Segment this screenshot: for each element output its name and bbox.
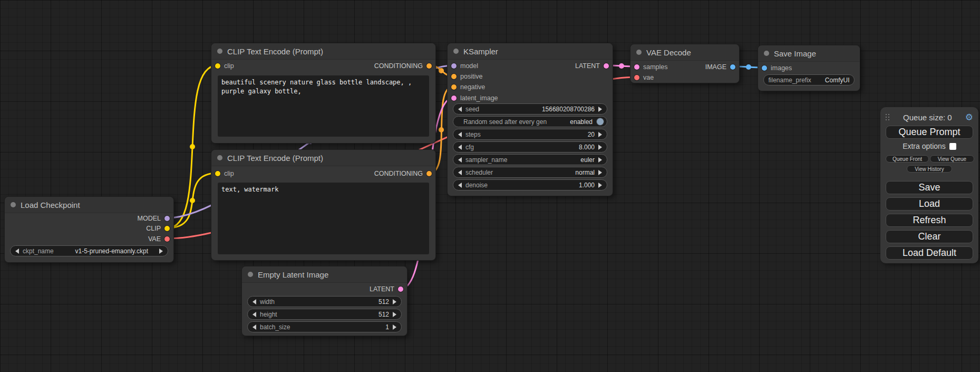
widget-label: steps — [465, 131, 481, 138]
widget-height[interactable]: height 512 — [247, 309, 402, 320]
collapse-dot-icon[interactable] — [217, 49, 222, 54]
increment-arrow-icon[interactable] — [598, 107, 602, 112]
input-port-model: model — [451, 61, 478, 71]
decrement-arrow-icon[interactable] — [458, 145, 462, 150]
node-vae-decode[interactable]: VAE Decode samples vae IMAGE — [630, 44, 740, 83]
collapse-dot-icon[interactable] — [248, 272, 253, 277]
increment-arrow-icon[interactable] — [393, 325, 396, 330]
view-queue-button[interactable]: View Queue — [930, 155, 974, 163]
node-header[interactable]: CLIP Text Encode (Prompt) — [211, 43, 435, 60]
port-dot[interactable] — [164, 236, 170, 242]
load-default-button[interactable]: Load Default — [886, 246, 973, 260]
collapse-dot-icon[interactable] — [764, 51, 769, 56]
queue-front-button[interactable]: Queue Front — [886, 155, 929, 163]
prompt-textarea[interactable]: beautiful scenery nature glass bottle la… — [218, 75, 429, 137]
comfyui-canvas[interactable]: { "app_title": "ComfyUI workflow graph",… — [0, 0, 980, 372]
widget-value: 512 — [379, 298, 389, 306]
link-midpoint-dot — [439, 68, 444, 73]
port-dot[interactable] — [634, 64, 639, 70]
input-port-positive: positive — [451, 72, 482, 81]
decrement-arrow-icon[interactable] — [253, 299, 256, 304]
node-load-checkpoint[interactable]: Load Checkpoint MODEL CLIP VAE ckpt_name… — [4, 196, 174, 263]
increment-arrow-icon[interactable] — [598, 183, 602, 188]
settings-gear-icon[interactable]: ⚙ — [965, 113, 973, 122]
drag-handle-icon[interactable] — [886, 114, 890, 121]
clear-button[interactable]: Clear — [886, 230, 973, 243]
widget-filename-prefix[interactable]: filename_prefix ComfyUI — [763, 74, 855, 85]
port-dot[interactable] — [730, 64, 735, 70]
port-dot[interactable] — [762, 65, 767, 71]
refresh-button[interactable]: Refresh — [886, 214, 973, 227]
decrement-arrow-icon[interactable] — [458, 170, 462, 175]
node-clip-text-encode-negative[interactable]: CLIP Text Encode (Prompt) clip CONDITION… — [211, 149, 436, 261]
increment-arrow-icon[interactable] — [393, 299, 396, 304]
port-dot[interactable] — [426, 63, 432, 69]
widget-label: ckpt_name — [23, 247, 54, 255]
node-header[interactable]: Load Checkpoint — [5, 197, 173, 213]
widget-cfg[interactable]: cfg 8.000 — [453, 141, 607, 152]
port-dot[interactable] — [398, 287, 403, 292]
view-history-button[interactable]: View History — [907, 165, 952, 173]
port-dot[interactable] — [164, 216, 170, 221]
decrement-arrow-icon[interactable] — [458, 107, 462, 112]
increment-arrow-icon[interactable] — [598, 170, 602, 175]
port-dot[interactable] — [215, 171, 220, 176]
node-clip-text-encode-positive[interactable]: CLIP Text Encode (Prompt) clip CONDITION… — [211, 43, 436, 144]
collapse-dot-icon[interactable] — [636, 50, 642, 55]
increment-arrow-icon[interactable] — [598, 132, 602, 137]
widget-label: filename_prefix — [768, 77, 811, 84]
widget-ckpt-name[interactable]: ckpt_name v1-5-pruned-emaonly.ckpt — [10, 245, 168, 256]
increment-arrow-icon[interactable] — [159, 249, 163, 254]
extra-options-checkbox[interactable] — [949, 143, 956, 150]
decrement-arrow-icon[interactable] — [253, 325, 256, 330]
port-dot[interactable] — [634, 75, 639, 80]
port-dot[interactable] — [604, 63, 609, 69]
node-empty-latent-image[interactable]: Empty Latent Image LATENT width 512 heig… — [241, 266, 407, 336]
port-dot[interactable] — [164, 226, 170, 231]
widget-scheduler[interactable]: scheduler normal — [453, 167, 607, 178]
widget-width[interactable]: width 512 — [247, 296, 402, 307]
toggle-knob-icon[interactable] — [596, 118, 604, 126]
prompt-textarea[interactable]: text, watermark — [218, 183, 429, 254]
increment-arrow-icon[interactable] — [598, 157, 602, 163]
node-save-image[interactable]: Save Image images filename_prefix ComfyU… — [758, 45, 860, 91]
node-title: Load Checkpoint — [21, 201, 80, 209]
collapse-dot-icon[interactable] — [217, 155, 222, 160]
node-header[interactable]: Empty Latent Image — [242, 266, 407, 283]
port-dot[interactable] — [215, 63, 220, 69]
load-button[interactable]: Load — [886, 197, 973, 211]
node-header[interactable]: KSampler — [448, 43, 613, 60]
collapse-dot-icon[interactable] — [11, 202, 16, 207]
increment-arrow-icon[interactable] — [393, 312, 396, 317]
decrement-arrow-icon[interactable] — [458, 183, 462, 188]
node-header[interactable]: CLIP Text Encode (Prompt) — [211, 150, 435, 166]
decrement-arrow-icon[interactable] — [458, 132, 462, 137]
port-label: CLIP — [146, 225, 161, 232]
queue-prompt-button[interactable]: Queue Prompt — [886, 126, 973, 139]
input-port-clip: clip — [215, 169, 234, 178]
widget-denoise[interactable]: denoise 1.000 — [453, 179, 607, 190]
port-dot[interactable] — [451, 63, 457, 69]
port-dot[interactable] — [451, 74, 457, 79]
widget-seed[interactable]: seed 156680208700286 — [453, 103, 607, 115]
port-dot[interactable] — [451, 84, 457, 90]
decrement-arrow-icon[interactable] — [458, 157, 462, 163]
output-port-vae: VAE — [148, 234, 170, 244]
widget-steps[interactable]: steps 20 — [453, 129, 607, 140]
decrement-arrow-icon[interactable] — [253, 312, 256, 317]
node-ksampler[interactable]: KSampler model positive negative latent_… — [447, 43, 613, 196]
save-button[interactable]: Save — [886, 181, 973, 194]
widget-sampler-name[interactable]: sampler_name euler — [453, 154, 607, 165]
node-header[interactable]: VAE Decode — [630, 44, 739, 61]
port-label: CONDITIONING — [374, 170, 423, 177]
decrement-arrow-icon[interactable] — [15, 249, 19, 254]
widget-batch-size[interactable]: batch_size 1 — [247, 321, 402, 332]
increment-arrow-icon[interactable] — [598, 145, 602, 150]
port-dot[interactable] — [451, 96, 457, 101]
node-header[interactable]: Save Image — [758, 45, 860, 62]
link-midpoint-dot — [746, 64, 751, 70]
collapse-dot-icon[interactable] — [453, 49, 459, 54]
output-port-conditioning: CONDITIONING — [374, 169, 432, 178]
port-dot[interactable] — [426, 171, 432, 176]
widget-random-seed-toggle[interactable]: Random seed after every gen enabled — [453, 116, 607, 127]
